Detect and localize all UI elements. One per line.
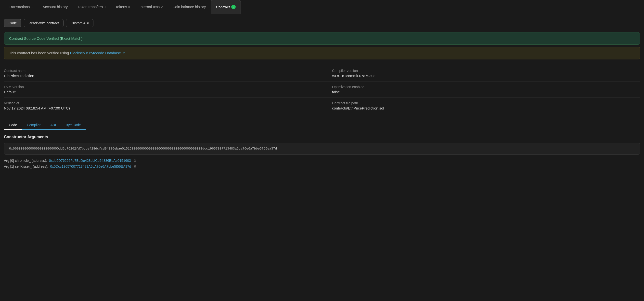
evm-version-value: Default xyxy=(4,90,312,94)
info-banner: This contract has been verified using Bl… xyxy=(4,47,640,59)
main-content: Code Read/Write contract Custom ABI Cont… xyxy=(0,14,644,173)
file-path-label: Contract file path xyxy=(332,101,640,105)
hex-value-box: 0x000000000000000000000000dd6d76262fd7bd… xyxy=(4,143,640,155)
sub-button-group: Code Read/Write contract Custom ABI xyxy=(4,19,640,27)
tab-tokens[interactable]: Tokens 0 xyxy=(110,0,135,14)
verified-banner: Contract Source Code Verified (Exact Mat… xyxy=(4,32,640,45)
tab-navigation: Transactions 1 Account history Token tra… xyxy=(0,0,644,14)
arg-1-copy-icon[interactable]: ⧉ xyxy=(133,164,137,168)
arg-1-label: Arg [1] selfKisser_ (address): xyxy=(4,164,48,168)
file-path-row: Contract file path contracts/EthPricePre… xyxy=(322,98,640,114)
evm-version-row: EVM Version Default xyxy=(4,82,322,98)
code-button[interactable]: Code xyxy=(4,19,21,27)
code-tab-code[interactable]: Code xyxy=(4,121,22,130)
custom-abi-button[interactable]: Custom ABI xyxy=(66,19,94,27)
evm-version-label: EVM Version xyxy=(4,85,312,89)
contract-verified-icon: ✓ xyxy=(231,5,236,9)
code-tab-bytecode[interactable]: ByteCode xyxy=(61,121,86,130)
blockscout-link[interactable]: Blockscout Bytecode Database ↗ xyxy=(70,51,125,55)
compiler-version-value: v0.8.16+commit.07a7930e xyxy=(332,74,640,78)
verified-at-row: Verified at Nov 17 2024 08:18:54 AM (+07… xyxy=(4,98,322,114)
tab-contract[interactable]: Contract ✓ xyxy=(211,0,241,14)
code-tab-abi[interactable]: ABI xyxy=(45,121,61,130)
args-list: Arg [0] chronicle_ (address): 0xdd6D7626… xyxy=(4,159,640,168)
optimization-value: false xyxy=(332,90,640,94)
contract-name-label: Contract name xyxy=(4,69,312,73)
arg-0-row: Arg [0] chronicle_ (address): 0xdd6D7626… xyxy=(4,159,640,163)
arg-0-copy-icon[interactable]: ⧉ xyxy=(133,159,137,163)
tab-token-transfers[interactable]: Token transfers 0 xyxy=(72,0,110,14)
arg-0-label: Arg [0] chronicle_ (address): xyxy=(4,159,47,163)
arg-1-address-link[interactable]: 0x0Dcc19657007713483A5cA76e6A7bbe5f56EA3… xyxy=(50,164,131,168)
tab-account-history[interactable]: Account history xyxy=(38,0,73,14)
code-tab-compiler[interactable]: Compiler xyxy=(22,121,45,130)
verified-at-label: Verified at xyxy=(4,101,312,105)
constructor-section-title: Constructor Arguments xyxy=(4,135,640,139)
optimization-label: Optimization enabled xyxy=(332,85,640,89)
optimization-row: Optimization enabled false xyxy=(322,82,640,98)
contract-name-value: EthPricePrediction xyxy=(4,74,312,78)
arg-0-address-link[interactable]: 0xdd6D76262Fd7BdDe428dcfCd94386EbAe01516… xyxy=(49,159,131,163)
tab-internal-txns[interactable]: Internal txns 2 xyxy=(135,0,168,14)
contract-name-row: Contract name EthPricePrediction xyxy=(4,65,322,82)
tab-transactions[interactable]: Transactions 1 xyxy=(4,0,38,14)
arg-1-row: Arg [1] selfKisser_ (address): 0x0Dcc196… xyxy=(4,164,640,168)
tab-coin-balance[interactable]: Coin balance history xyxy=(168,0,211,14)
code-tab-group: Code Compiler ABI ByteCode xyxy=(4,121,640,130)
file-path-value: contracts/EthPricePrediction.sol xyxy=(332,106,640,110)
compiler-version-row: Compiler version v0.8.16+commit.07a7930e xyxy=(322,65,640,82)
verified-at-value: Nov 17 2024 08:18:54 AM (+07:00 UTC) xyxy=(4,106,312,110)
read-write-button[interactable]: Read/Write contract xyxy=(24,19,63,27)
constructor-section: Constructor Arguments 0x0000000000000000… xyxy=(4,135,640,168)
compiler-version-label: Compiler version xyxy=(332,69,640,73)
contract-details-grid: Contract name EthPricePrediction Compile… xyxy=(4,65,640,114)
